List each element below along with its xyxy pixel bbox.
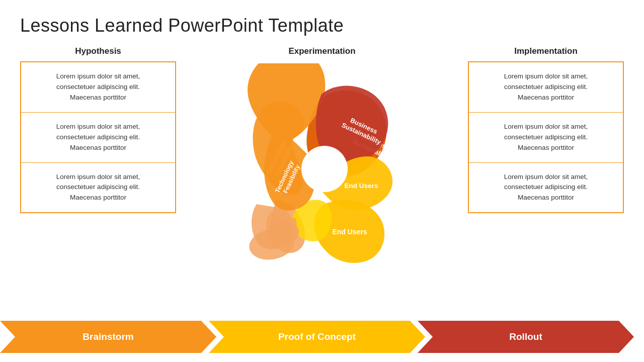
right-box-2: Lorem ipsum dolor sit amet,consectetuer … <box>469 113 623 163</box>
center-column-header: Experimentation <box>288 46 355 56</box>
svg-text:Proof of Concept: Proof of Concept <box>278 331 356 342</box>
left-column: Hypothesis Lorem ipsum dolor sit amet,co… <box>20 46 176 213</box>
svg-point-12 <box>304 149 345 189</box>
svg-text:End Users: End Users <box>345 182 378 190</box>
left-box-2: Lorem ipsum dolor sit amet,consectetuer … <box>21 113 175 163</box>
bottom-arrows: Brainstorm Proof of Concept Rollout <box>0 321 644 353</box>
left-box-1: Lorem ipsum dolor sit amet,consectetuer … <box>21 62 175 113</box>
main-content: Hypothesis Lorem ipsum dolor sit amet,co… <box>20 46 624 264</box>
right-box-3: Lorem ipsum dolor sit amet,consectetuer … <box>469 163 623 213</box>
left-column-header: Hypothesis <box>20 46 176 56</box>
slide: Lessons Learned PowerPoint Template Hypo… <box>0 0 644 362</box>
right-column: Implementation Lorem ipsum dolor sit ame… <box>468 46 624 213</box>
right-box-1: Lorem ipsum dolor sit amet,consectetuer … <box>469 62 623 113</box>
left-text-boxes: Lorem ipsum dolor sit amet,consectetuer … <box>20 61 176 213</box>
left-box-3: Lorem ipsum dolor sit amet,consectetuer … <box>21 163 175 213</box>
swirl-diagram: Business Sustainability Business Sustain… <box>226 63 418 264</box>
svg-text:Brainstorm: Brainstorm <box>83 331 133 342</box>
svg-text:End Users: End Users <box>332 228 367 236</box>
arrows-svg: Brainstorm Proof of Concept Rollout <box>0 321 644 353</box>
page-title: Lessons Learned PowerPoint Template <box>20 15 624 36</box>
svg-text:Rollout: Rollout <box>509 331 542 342</box>
right-column-header: Implementation <box>468 46 624 56</box>
right-text-boxes: Lorem ipsum dolor sit amet,consectetuer … <box>468 61 624 213</box>
center-column: Experimentation Business Sustainability <box>216 46 428 264</box>
swirl-svg: Business Sustainability Business Sustain… <box>226 63 418 264</box>
